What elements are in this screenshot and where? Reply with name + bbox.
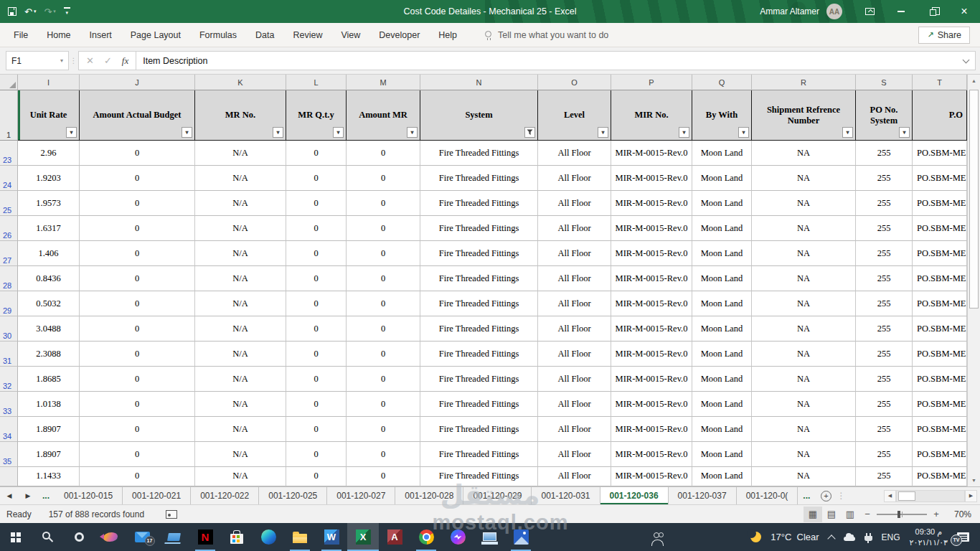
cell-S24[interactable]: 255 xyxy=(856,166,913,191)
save-icon[interactable] xyxy=(8,7,17,16)
header-cell-K[interactable]: MR No.▾ xyxy=(195,90,286,141)
horizontal-scrollbar-track[interactable] xyxy=(896,490,965,502)
cell-J25[interactable]: 0 xyxy=(80,191,195,216)
zoom-slider-thumb[interactable] xyxy=(897,511,900,518)
cell-J36[interactable]: 0 xyxy=(80,467,195,486)
cell-I29[interactable]: 0.5032 xyxy=(18,291,80,316)
cell-M23[interactable]: 0 xyxy=(347,141,420,166)
sheet-tab-001-120-036[interactable]: 001-120-036 xyxy=(600,487,669,504)
cell-J32[interactable]: 0 xyxy=(80,367,195,392)
cell-Q29[interactable]: Moon Land xyxy=(692,291,752,316)
cell-K34[interactable]: N/A xyxy=(195,417,286,442)
cell-Q35[interactable]: Moon Land xyxy=(692,442,752,467)
ribbon-tab-home[interactable]: Home xyxy=(37,23,80,47)
cell-Q24[interactable]: Moon Land xyxy=(692,166,752,191)
cell-M28[interactable]: 0 xyxy=(347,266,420,291)
column-letter-M[interactable]: M xyxy=(347,75,420,90)
ribbon-tab-developer[interactable]: Developer xyxy=(369,23,429,47)
cell-K26[interactable]: N/A xyxy=(195,216,286,241)
header-cell-T[interactable]: P.O xyxy=(913,90,967,141)
cell-M25[interactable]: 0 xyxy=(347,191,420,216)
cell-S36[interactable]: 255 xyxy=(856,467,913,486)
cell-R23[interactable]: NA xyxy=(752,141,856,166)
cell-I31[interactable]: 2.3088 xyxy=(18,342,80,367)
filter-button-S[interactable]: ▾ xyxy=(899,127,910,138)
power-plug-icon[interactable] xyxy=(864,536,872,541)
share-button[interactable]: ↗Share xyxy=(918,27,970,44)
expand-formula-bar-icon[interactable] xyxy=(963,56,970,63)
ribbon-tab-insert[interactable]: Insert xyxy=(80,23,121,47)
scroll-left-icon[interactable]: ◀ xyxy=(884,490,896,502)
header-cell-M[interactable]: Amount MR▾ xyxy=(347,90,420,141)
cell-M26[interactable]: 0 xyxy=(347,216,420,241)
cell-T23[interactable]: PO.SBM-MEP xyxy=(913,141,967,166)
start-button[interactable] xyxy=(0,523,32,551)
name-box-dropdown-icon[interactable]: ▾ xyxy=(60,57,63,64)
cell-I33[interactable]: 1.0138 xyxy=(18,392,80,417)
sheet-tab-001-120-015[interactable]: 001-120-015 xyxy=(55,487,123,504)
cell-J26[interactable]: 0 xyxy=(80,216,195,241)
chrome-button[interactable] xyxy=(410,523,442,551)
cell-R25[interactable]: NA xyxy=(752,191,856,216)
column-letter-O[interactable]: O xyxy=(538,75,611,90)
cell-S29[interactable]: 255 xyxy=(856,291,913,316)
cell-S30[interactable]: 255 xyxy=(856,316,913,342)
cell-O29[interactable]: All Floor xyxy=(538,291,611,316)
cell-S35[interactable]: 255 xyxy=(856,442,913,467)
cell-O34[interactable]: All Floor xyxy=(538,417,611,442)
cell-N35[interactable]: Fire Threaded Fittings xyxy=(420,442,538,467)
cell-P27[interactable]: MIR-M-0015-Rev.0 xyxy=(611,241,692,266)
filter-button-J[interactable]: ▾ xyxy=(182,127,192,138)
moon-weather-icon[interactable] xyxy=(750,532,761,542)
cell-K23[interactable]: N/A xyxy=(195,141,286,166)
cell-I27[interactable]: 1.406 xyxy=(18,241,80,266)
cell-M36[interactable]: 0 xyxy=(347,467,420,486)
cell-J35[interactable]: 0 xyxy=(80,442,195,467)
account-name[interactable]: Ammar Altamer xyxy=(760,6,819,17)
cell-Q26[interactable]: Moon Land xyxy=(692,216,752,241)
row-header-1[interactable]: 1 xyxy=(0,90,18,141)
cell-J34[interactable]: 0 xyxy=(80,417,195,442)
cell-P34[interactable]: MIR-M-0015-Rev.0 xyxy=(611,417,692,442)
sheet-tab-001-120-029[interactable]: 001-120-029 xyxy=(463,487,532,504)
cell-T24[interactable]: PO.SBM-MEP xyxy=(913,166,967,191)
scroll-right-icon[interactable]: ▶ xyxy=(965,490,977,502)
search-button[interactable] xyxy=(32,523,63,551)
header-cell-N[interactable]: System xyxy=(420,90,538,141)
cell-K35[interactable]: N/A xyxy=(195,442,286,467)
row-header-35[interactable]: 35 xyxy=(0,442,18,467)
cell-P23[interactable]: MIR-M-0015-Rev.0 xyxy=(611,141,692,166)
cell-P35[interactable]: MIR-M-0015-Rev.0 xyxy=(611,442,692,467)
cell-L32[interactable]: 0 xyxy=(286,367,347,392)
cell-R31[interactable]: NA xyxy=(752,342,856,367)
cell-R32[interactable]: NA xyxy=(752,367,856,392)
ribbon-tab-review[interactable]: Review xyxy=(283,23,331,47)
cell-Q34[interactable]: Moon Land xyxy=(692,417,752,442)
language-indicator[interactable]: ENG xyxy=(882,532,900,542)
cell-N32[interactable]: Fire Threaded Fittings xyxy=(420,367,538,392)
sheet-tab-001-120-037[interactable]: 001-120-037 xyxy=(669,487,737,504)
column-letter-I[interactable]: I xyxy=(18,75,80,90)
cell-T32[interactable]: PO.SBM-MEP xyxy=(913,367,967,392)
cell-I36[interactable]: 1.1433 xyxy=(18,467,80,486)
cell-L23[interactable]: 0 xyxy=(286,141,347,166)
row-header-27[interactable]: 27 xyxy=(0,241,18,266)
people-icon[interactable] xyxy=(654,532,659,538)
cell-O26[interactable]: All Floor xyxy=(538,216,611,241)
row-header-34[interactable]: 34 xyxy=(0,417,18,442)
cell-S23[interactable]: 255 xyxy=(856,141,913,166)
cell-K27[interactable]: N/A xyxy=(195,241,286,266)
cell-N30[interactable]: Fire Threaded Fittings xyxy=(420,316,538,342)
header-cell-P[interactable]: MIR No.▾ xyxy=(611,90,692,141)
cell-K36[interactable]: N/A xyxy=(195,467,286,486)
cell-L29[interactable]: 0 xyxy=(286,291,347,316)
cell-L35[interactable]: 0 xyxy=(286,442,347,467)
excel-button[interactable]: X xyxy=(347,523,379,551)
row-header-30[interactable]: 30 xyxy=(0,316,18,342)
row-header-31[interactable]: 31 xyxy=(0,342,18,367)
minimize-button[interactable] xyxy=(885,0,917,23)
cell-S31[interactable]: 255 xyxy=(856,342,913,367)
cancel-entry-icon[interactable]: ✕ xyxy=(86,55,94,66)
cell-S28[interactable]: 255 xyxy=(856,266,913,291)
ribbon-tab-formulas[interactable]: Formulas xyxy=(190,23,246,47)
